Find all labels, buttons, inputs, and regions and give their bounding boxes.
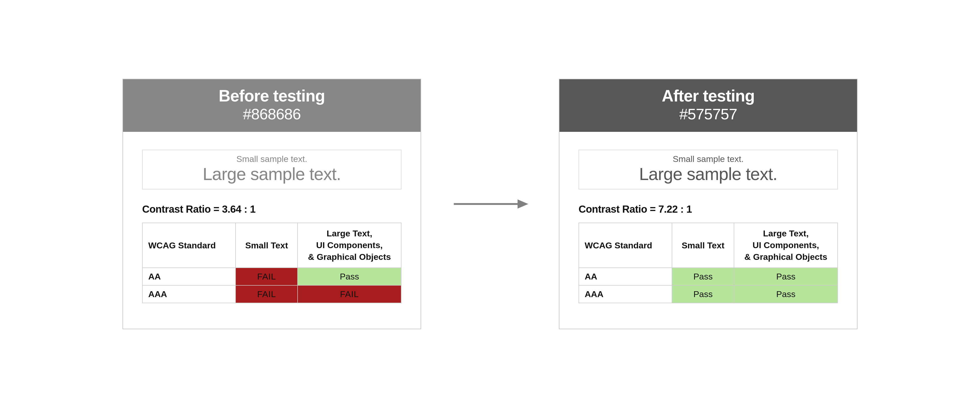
before-sample-large: Large sample text. — [145, 164, 398, 184]
after-results-table: WCAG Standard Small Text Large Text, UI … — [579, 222, 838, 303]
col-large-text: Large Text, UI Components, & Graphical O… — [298, 223, 401, 268]
contrast-prefix: Contrast Ratio = — [579, 203, 659, 215]
arrow-icon — [452, 196, 528, 212]
before-contrast-value: 3.64 : 1 — [222, 203, 256, 215]
after-contrast-value: 7.22 : 1 — [659, 203, 692, 215]
before-panel: Before testing #868686 Small sample text… — [123, 79, 421, 329]
before-header: Before testing #868686 — [123, 79, 421, 132]
table-row: AA Pass Pass — [579, 268, 838, 285]
row-aaa-label: AAA — [142, 285, 235, 303]
before-contrast-ratio: Contrast Ratio = 3.64 : 1 — [142, 203, 401, 215]
table-header-row: WCAG Standard Small Text Large Text, UI … — [579, 223, 838, 268]
after-title: After testing — [565, 87, 852, 105]
table-row: AAA FAIL FAIL — [142, 285, 401, 303]
col-large-l1: Large Text, — [304, 228, 395, 240]
after-aaa-small: Pass — [672, 285, 734, 303]
after-panel: After testing #575757 Small sample text.… — [559, 79, 858, 329]
before-aa-large: Pass — [298, 268, 401, 285]
col-large-l2: UI Components, — [740, 240, 832, 251]
after-contrast-ratio: Contrast Ratio = 7.22 : 1 — [579, 203, 838, 215]
before-hex: #868686 — [128, 105, 415, 123]
svg-marker-1 — [517, 199, 528, 209]
after-aaa-large: Pass — [734, 285, 838, 303]
before-aa-small: FAIL — [235, 268, 298, 285]
contrast-prefix: Contrast Ratio = — [142, 203, 222, 215]
after-aa-large: Pass — [734, 268, 838, 285]
before-sample-small: Small sample text. — [145, 154, 398, 164]
after-body: Small sample text. Large sample text. Co… — [559, 132, 857, 329]
comparison-stage: Before testing #868686 Small sample text… — [123, 79, 858, 329]
row-aa-label: AA — [142, 268, 235, 285]
table-row: AAA Pass Pass — [579, 285, 838, 303]
after-sample-large: Large sample text. — [582, 164, 835, 184]
before-results-table: WCAG Standard Small Text Large Text, UI … — [142, 222, 401, 303]
col-standard: WCAG Standard — [579, 223, 672, 268]
after-sample-box: Small sample text. Large sample text. — [579, 150, 838, 189]
after-hex: #575757 — [565, 105, 852, 123]
after-aa-small: Pass — [672, 268, 734, 285]
col-standard: WCAG Standard — [142, 223, 235, 268]
col-large-text: Large Text, UI Components, & Graphical O… — [734, 223, 838, 268]
after-sample-small: Small sample text. — [582, 154, 835, 164]
after-header: After testing #575757 — [559, 79, 857, 132]
table-row: AA FAIL Pass — [142, 268, 401, 285]
before-aaa-large: FAIL — [298, 285, 401, 303]
col-small-text: Small Text — [672, 223, 734, 268]
row-aa-label: AA — [579, 268, 672, 285]
before-aaa-small: FAIL — [235, 285, 298, 303]
col-small-text: Small Text — [235, 223, 298, 268]
before-title: Before testing — [128, 87, 415, 105]
col-large-l2: UI Components, — [304, 240, 395, 251]
col-large-l3: & Graphical Objects — [740, 251, 832, 263]
before-sample-box: Small sample text. Large sample text. — [142, 150, 401, 189]
col-large-l3: & Graphical Objects — [304, 251, 395, 263]
row-aaa-label: AAA — [579, 285, 672, 303]
table-header-row: WCAG Standard Small Text Large Text, UI … — [142, 223, 401, 268]
before-body: Small sample text. Large sample text. Co… — [123, 132, 421, 329]
col-large-l1: Large Text, — [740, 228, 832, 240]
